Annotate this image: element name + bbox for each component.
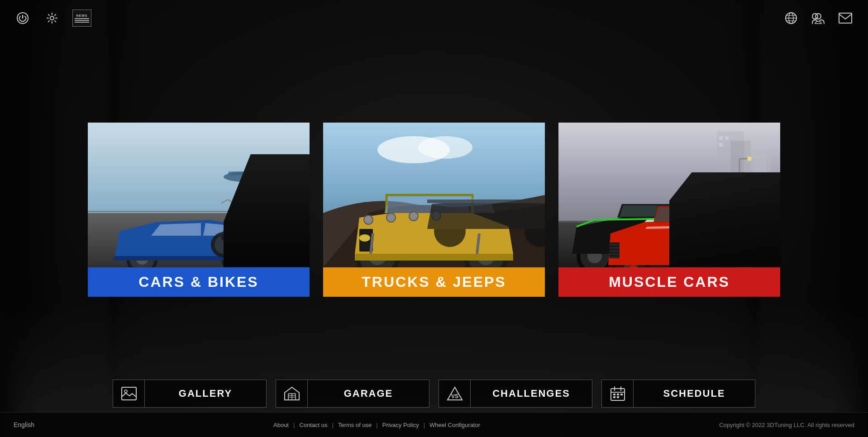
svg-point-30	[418, 136, 472, 159]
vs-icon: VS	[439, 380, 471, 407]
svg-point-65	[680, 242, 709, 267]
svg-point-19	[224, 246, 250, 267]
footer-about[interactable]: About	[273, 422, 289, 428]
svg-point-72	[725, 251, 763, 267]
topbar-left: NEWS	[14, 9, 91, 27]
svg-point-23	[215, 236, 233, 254]
settings-icon[interactable]	[43, 9, 61, 27]
svg-point-44	[359, 234, 370, 242]
svg-rect-52	[753, 150, 771, 222]
cars-bikes-label[interactable]: CARS & BIKES	[88, 267, 310, 297]
garage-icon	[276, 380, 308, 407]
svg-rect-51	[744, 136, 767, 222]
nav-garage[interactable]: GARAGE	[276, 380, 429, 408]
svg-rect-100	[617, 396, 619, 398]
muscle-cars-image	[558, 123, 780, 267]
bottom-nav: GALLERY GARAGE VS CHALLENGES	[0, 380, 868, 408]
svg-point-24	[261, 232, 286, 257]
image-icon	[113, 380, 145, 407]
svg-point-85	[124, 390, 127, 393]
footer-links: About | Contact us | Terms of use | Priv…	[273, 422, 480, 428]
svg-point-74	[736, 262, 752, 267]
schedule-label: SCHEDULE	[634, 388, 755, 399]
topbar: NEWS	[0, 0, 868, 36]
svg-rect-12	[88, 211, 310, 212]
category-grid: CARS & BIKES	[0, 36, 868, 383]
nav-schedule[interactable]: SCHEDULE	[601, 380, 755, 408]
svg-point-66	[687, 249, 701, 263]
cars-bikes-bg	[88, 123, 310, 267]
gallery-label: GALLERY	[145, 388, 266, 399]
svg-point-75	[753, 240, 769, 249]
svg-point-1	[50, 16, 54, 20]
mail-icon[interactable]	[836, 9, 854, 27]
svg-point-21	[251, 239, 264, 246]
svg-rect-98	[620, 394, 623, 395]
svg-point-67	[703, 234, 717, 242]
cars-bikes-image	[88, 123, 310, 267]
news-icon[interactable]: NEWS	[72, 10, 91, 27]
footer-privacy[interactable]: Privacy Policy	[382, 422, 419, 428]
category-cars-bikes[interactable]: CARS & BIKES	[88, 123, 310, 297]
footer-wheel[interactable]: Wheel Configurator	[429, 422, 480, 428]
svg-rect-47	[427, 200, 545, 203]
category-trucks-jeeps[interactable]: TRUCKS & JEEPS	[323, 123, 545, 297]
svg-point-40	[409, 212, 418, 221]
svg-point-76	[739, 247, 758, 254]
svg-rect-97	[617, 394, 619, 395]
muscle-cars-bg	[558, 123, 780, 267]
svg-rect-53	[719, 136, 723, 140]
svg-point-64	[676, 238, 712, 267]
svg-rect-54	[725, 136, 729, 140]
svg-rect-84	[122, 387, 136, 400]
svg-point-18	[221, 242, 253, 267]
footer: English About | Contact us | Terms of us…	[0, 412, 868, 437]
svg-point-39	[386, 213, 396, 222]
svg-rect-14	[228, 171, 273, 175]
svg-rect-99	[613, 396, 615, 398]
nav-challenges[interactable]: VS CHALLENGES	[439, 380, 592, 408]
svg-text:VS: VS	[451, 393, 458, 399]
trucks-jeeps-image	[323, 123, 545, 267]
footer-language: English	[14, 421, 34, 428]
muscle-cars-label[interactable]: MUSCLE CARS	[558, 267, 780, 297]
back-icon[interactable]	[14, 9, 32, 27]
category-muscle-cars[interactable]: MUSCLE CARS	[558, 123, 780, 297]
svg-point-38	[364, 215, 373, 224]
svg-point-58	[747, 157, 752, 161]
footer-terms[interactable]: Terms of use	[338, 422, 372, 428]
nav-gallery[interactable]: GALLERY	[113, 380, 267, 408]
svg-point-20	[231, 252, 243, 265]
footer-copyright: Copyright © 2022 3DTuning LLC. All right…	[719, 422, 854, 428]
svg-point-25	[264, 236, 282, 254]
svg-rect-9	[839, 13, 852, 23]
challenges-label: CHALLENGES	[471, 388, 592, 399]
trucks-jeeps-label[interactable]: TRUCKS & JEEPS	[323, 267, 545, 297]
user-icon[interactable]	[809, 9, 827, 27]
svg-rect-68	[707, 236, 708, 240]
svg-rect-96	[613, 394, 615, 395]
svg-point-78	[742, 265, 751, 267]
svg-point-73	[729, 254, 759, 267]
topbar-right	[782, 9, 854, 27]
globe-icon[interactable]	[782, 9, 800, 27]
svg-rect-55	[719, 143, 723, 147]
trucks-jeeps-bg	[323, 123, 545, 267]
calendar-icon	[602, 380, 634, 407]
footer-contact[interactable]: Contact us	[299, 422, 327, 428]
garage-label: GARAGE	[308, 388, 429, 399]
